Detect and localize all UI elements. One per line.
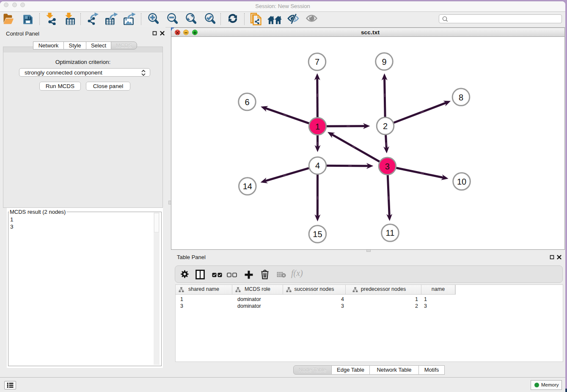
svg-text:2: 2 <box>383 122 388 131</box>
svg-text:7: 7 <box>315 58 319 67</box>
svg-text:3: 3 <box>385 162 390 171</box>
svg-text:15: 15 <box>313 230 322 239</box>
svg-text:10: 10 <box>457 177 466 187</box>
svg-text:11: 11 <box>386 229 395 238</box>
svg-text:1: 1 <box>315 122 320 132</box>
svg-text:9: 9 <box>382 58 386 67</box>
svg-text:6: 6 <box>245 98 249 107</box>
svg-text:14: 14 <box>243 182 252 191</box>
svg-text:8: 8 <box>459 93 463 102</box>
svg-text:4: 4 <box>315 161 320 171</box>
